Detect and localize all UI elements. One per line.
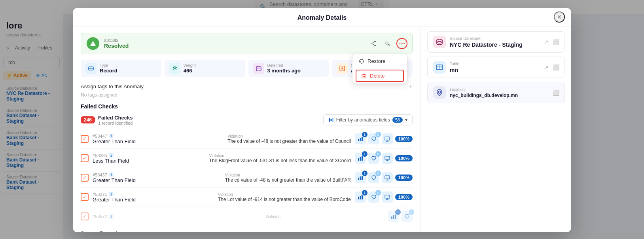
location-copy[interactable]: ⬜ (551, 88, 561, 97)
modal-title: Anomaly Details (297, 14, 347, 21)
heart-icon-3[interactable]: 0 (368, 192, 379, 203)
bar-chart-icon-2[interactable]: 1 (355, 172, 366, 183)
check-checkbox-4[interactable]: ✓ (81, 212, 89, 220)
filter-label: Filter by anomalous fields (336, 117, 390, 123)
table-external-link[interactable]: ↗ (543, 63, 550, 72)
check-row-2: ✓ #58437 ℹ Greater Than Field Violation … (81, 168, 413, 188)
svg-rect-37 (385, 176, 390, 179)
restore-label: Restore (367, 58, 386, 64)
type-icon (85, 63, 97, 74)
check-checkbox-2[interactable]: ✓ (81, 174, 89, 182)
check-actions-2: 1 0 (355, 172, 413, 183)
heart-icon-1[interactable]: 0 (368, 153, 379, 164)
check-row-3: ✓ #58371 ℹ Greater Than Field Violation … (81, 188, 413, 207)
check-info-1: #58335 ℹ Less Than Field (93, 153, 205, 164)
svg-rect-42 (362, 195, 363, 199)
heart-icon-4[interactable]: 0 (402, 211, 413, 222)
svg-rect-34 (358, 178, 359, 180)
source-datastore-card: Source Datastore NYC Re Datastore - Stag… (427, 31, 565, 53)
bar-chart-icon-1[interactable]: 1 (355, 153, 366, 164)
table-label: Table (450, 62, 459, 66)
delete-label: Delete (370, 73, 385, 79)
monitor-icon-2[interactable] (382, 172, 393, 183)
anomaly-info: #81382 Resolved (104, 38, 129, 49)
anomaly-status: Resolved (104, 43, 129, 49)
anomaly-id: #81382 (104, 38, 129, 43)
check-actions-0: 1 0 (355, 133, 413, 144)
svg-point-53 (438, 91, 441, 93)
svg-rect-43 (385, 195, 390, 198)
check-violation-3: Violation The Lot value of -914 is not g… (218, 192, 351, 202)
modal-overlay[interactable]: Anomaly Details × #81382 Resolv (0, 0, 644, 239)
add-tag-button[interactable]: + (409, 83, 413, 90)
svg-rect-6 (362, 75, 366, 78)
monitor-icon-0[interactable] (382, 133, 393, 144)
filter-dropdown-icon: ▾ (405, 117, 407, 123)
svg-line-3 (372, 42, 374, 43)
percent-badge-0: 100% (395, 136, 413, 142)
check-id-4: #58572 ℹ (93, 214, 261, 219)
svg-rect-47 (393, 215, 394, 219)
svg-rect-23 (360, 138, 361, 141)
monitor-icon-3[interactable] (382, 192, 393, 203)
svg-rect-28 (358, 158, 359, 161)
weight-value: 466 (184, 68, 196, 74)
check-checkbox-3[interactable]: ✓ (81, 193, 89, 201)
check-row-4: ✓ #58572 ℹ Violation (81, 207, 413, 226)
source-datastore-card-actions: ↗ ⬜ (543, 38, 561, 46)
key-button[interactable] (382, 38, 393, 49)
restore-option[interactable]: Restore (352, 54, 407, 68)
failed-checks-label: Failed Checks (98, 115, 133, 121)
percent-badge-1: 100% (395, 155, 413, 161)
modal-left-section: #81382 Resolved (73, 27, 421, 232)
bar-chart-icon-0[interactable]: 1 (355, 133, 366, 144)
check-violation-0: Violation The cd value of -48 is not gre… (227, 134, 351, 144)
monitor-icon-1[interactable] (382, 153, 393, 164)
check-checkbox-0[interactable]: ✓ (81, 135, 89, 143)
more-options-button[interactable]: ⋯ (396, 38, 407, 49)
svg-rect-29 (360, 157, 361, 161)
source-record-title: Source Record (81, 226, 413, 232)
svg-rect-35 (360, 176, 361, 180)
check-rows-container: ✓ #58447 ℹ Greater Than Field Violation … (81, 129, 413, 226)
table-card: Table mn ↗ ⬜ (427, 57, 565, 78)
source-datastore-copy[interactable]: ⬜ (551, 38, 561, 46)
svg-point-5 (386, 42, 388, 44)
datastore-icon (433, 36, 446, 48)
modal-close-button[interactable]: × (554, 11, 565, 23)
check-name-0: Greater Than Field (93, 138, 224, 144)
svg-point-1 (375, 45, 376, 46)
check-name-2: Greater Than Field (93, 177, 221, 183)
failed-count-badge: 246 (81, 116, 95, 123)
location-value: nyc_buildings_db.develop.mn (450, 93, 518, 98)
source-datastore-label: Source Datastore (450, 36, 523, 41)
check-actions-4: 1 0 (388, 211, 413, 222)
heart-icon-0[interactable]: 0 (368, 133, 379, 144)
check-id-2: #58437 ℹ (93, 173, 221, 177)
check-name-3: Greater Than Field (93, 197, 214, 203)
share-button[interactable] (368, 38, 379, 49)
detected-label: Detected (267, 63, 301, 68)
heart-icon-2[interactable]: 0 (368, 172, 379, 183)
source-datastore-external-link[interactable]: ↗ (543, 38, 550, 46)
svg-rect-50 (436, 65, 443, 70)
svg-rect-36 (362, 176, 363, 180)
check-violation-2: Violation The cd value of -48 is not gre… (225, 173, 351, 183)
dropdown-menu: Restore Delete (352, 54, 407, 84)
svg-rect-48 (395, 214, 396, 219)
delete-option[interactable]: Delete (356, 70, 404, 82)
weight-label: Weight (184, 63, 196, 68)
failed-checks-sub: 1 record identified (98, 121, 133, 125)
no-tags-text: No tags assigned (81, 92, 413, 98)
bar-chart-icon-3[interactable]: 1 (355, 192, 366, 203)
filter-anomalous-fields-button[interactable]: Filter by anomalous fields 58 ▾ (323, 114, 413, 125)
table-copy[interactable]: ⬜ (551, 63, 561, 72)
check-checkbox-1[interactable]: ✓ (81, 154, 89, 162)
check-info-3: #58371 ℹ Greater Than Field (93, 192, 214, 203)
svg-point-49 (437, 39, 442, 42)
failed-checks-section-title: Failed Checks (81, 103, 413, 110)
failed-checks-badge: 246 Failed Checks 1 record identified (81, 115, 133, 125)
bar-chart-icon-4[interactable]: 1 (388, 211, 399, 222)
svg-line-4 (372, 44, 374, 45)
check-actions-1: 1 0 (355, 153, 413, 164)
